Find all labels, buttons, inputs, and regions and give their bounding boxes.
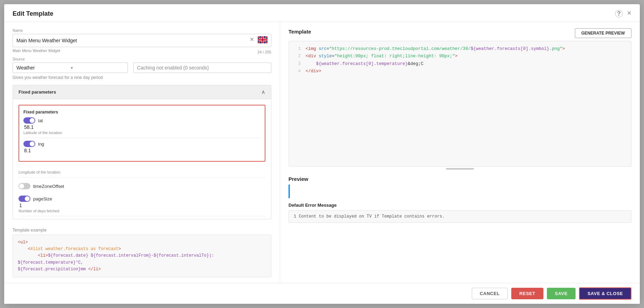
right-top-row: Template GENERATE PREVIEW bbox=[280, 22, 640, 38]
error-msg-box[interactable]: 1 Content to be displayed on TV if Templ… bbox=[288, 210, 631, 223]
help-icon[interactable]: ? bbox=[615, 10, 623, 17]
param-name-lat: lat bbox=[38, 118, 43, 123]
left-panel: Name ✕ bbox=[4, 22, 280, 283]
modal-header-icons: ? ✕ bbox=[615, 10, 631, 17]
param-header-lng: lng bbox=[23, 141, 261, 147]
description: Gives you weather forecast for a nine da… bbox=[13, 75, 271, 80]
preview-bar bbox=[288, 184, 290, 198]
code-line-2: 2 <div style="height:90px; float: right;… bbox=[294, 53, 625, 60]
param-header-lat: lat bbox=[23, 117, 261, 124]
outside-param-pagesize: pageSize 1 Number of days fetched bbox=[13, 193, 271, 219]
cancel-button[interactable]: CANCEL bbox=[472, 288, 508, 299]
caching-value: Caching not enabled (0 seconds) bbox=[133, 63, 271, 73]
caching-label bbox=[133, 57, 271, 61]
name-hint: Main Menu Weather Widget bbox=[13, 49, 60, 53]
char-count: 24 / 255 bbox=[257, 50, 271, 54]
param-desc-lng: Longitude of the location bbox=[19, 170, 265, 177]
generate-preview-button[interactable]: GENERATE PREVIEW bbox=[575, 28, 631, 38]
toggle-timezone[interactable] bbox=[19, 183, 30, 189]
param-name-timezone: timeZoneOffset bbox=[33, 184, 64, 189]
outside-param-timezone: timeZoneOffset bbox=[13, 180, 271, 193]
param-row-lat: lat 58.1 Latitude of the location bbox=[23, 117, 261, 138]
caching-group: Caching not enabled (0 seconds) bbox=[133, 57, 271, 73]
name-row-icons: ✕ bbox=[250, 36, 268, 45]
source-row: Source Weather ▼ Caching not enabled (0 … bbox=[13, 57, 271, 73]
edit-template-modal: Edit Template ? ✕ Name ✕ bbox=[4, 4, 640, 304]
example-line-3: <li>${forecast.date} ${forecast.interval… bbox=[18, 252, 266, 266]
name-input[interactable] bbox=[16, 38, 250, 43]
example-line-4: ${forecast.precipitation}mm </li> bbox=[18, 266, 266, 273]
flag-icon[interactable] bbox=[258, 36, 268, 45]
source-group: Source Weather ▼ bbox=[13, 57, 128, 73]
param-name-lng: lng bbox=[38, 141, 44, 147]
toggle-lng[interactable] bbox=[23, 141, 35, 147]
source-arrow-icon: ▼ bbox=[70, 66, 124, 70]
save-close-button[interactable]: SAVE & CLOSE bbox=[579, 287, 631, 300]
example-line-1: <ul> bbox=[18, 239, 266, 246]
modal-title: Edit Template bbox=[13, 10, 53, 17]
template-code-area[interactable]: 1 <img src="https://resources-prod.thecl… bbox=[288, 41, 631, 167]
modal-footer: CANCEL RESET SAVE SAVE & CLOSE bbox=[4, 283, 640, 304]
code-line-4: 4 </div> bbox=[294, 68, 625, 75]
error-msg-title: Default Error Message bbox=[288, 203, 337, 208]
preview-title: Preview bbox=[288, 176, 308, 182]
fixed-params-box: Fixed parameters lat 58.1 Latitude of th… bbox=[19, 105, 265, 162]
toggle-lat[interactable] bbox=[23, 117, 35, 124]
modal-header: Edit Template ? ✕ bbox=[4, 4, 640, 22]
name-row: ✕ bbox=[13, 34, 271, 47]
param-desc-pagesize: Number of days fetched bbox=[19, 209, 265, 216]
scrollbar-thumb bbox=[446, 168, 474, 170]
scrollbar-row bbox=[280, 168, 640, 170]
example-line-2: <#list weather.forecasts as forecast> bbox=[18, 246, 266, 252]
param-value-lng: 8.1 bbox=[23, 148, 261, 153]
close-icon[interactable]: ✕ bbox=[627, 10, 631, 17]
param-header-pagesize: pageSize bbox=[19, 196, 265, 202]
source-value: Weather bbox=[16, 65, 70, 71]
template-section-title: Template bbox=[288, 29, 311, 35]
param-value-pagesize: 1 bbox=[19, 203, 265, 208]
template-example-label: Template example bbox=[13, 228, 271, 233]
outside-param-lng-desc: Longitude of the location bbox=[13, 167, 271, 180]
fixed-params-section-header[interactable]: Fixed parameters ∧ bbox=[13, 85, 271, 99]
code-line-1: 1 <img src="https://resources-prod.thecl… bbox=[294, 45, 625, 53]
clear-name-icon[interactable]: ✕ bbox=[250, 36, 254, 45]
modal-body: Name ✕ bbox=[4, 22, 640, 283]
fixed-params-title: Fixed parameters bbox=[19, 89, 56, 95]
param-row-lng: lng 8.1 bbox=[23, 141, 261, 154]
right-panel: Template GENERATE PREVIEW 1 <img src="ht… bbox=[280, 22, 640, 283]
code-line-3: 3 ${weather.forecasts[0].temperature}&de… bbox=[294, 60, 625, 68]
fixed-params-inner-title: Fixed parameters bbox=[23, 110, 261, 115]
reset-button[interactable]: RESET bbox=[511, 288, 543, 299]
collapse-icon[interactable]: ∧ bbox=[261, 89, 265, 95]
error-msg-section: Default Error Message 1 Content to be di… bbox=[280, 198, 640, 223]
fixed-params-content: Fixed parameters lat 58.1 Latitude of th… bbox=[13, 99, 271, 219]
param-desc-lat: Latitude of the location bbox=[23, 131, 261, 138]
source-label: Source bbox=[13, 57, 128, 61]
param-header-timezone: timeZoneOffset bbox=[19, 183, 265, 189]
param-value-lat: 58.1 bbox=[23, 124, 261, 130]
preview-section: Preview bbox=[280, 171, 640, 198]
save-button[interactable]: SAVE bbox=[547, 288, 576, 299]
toggle-pagesize[interactable] bbox=[19, 196, 30, 202]
modal-overlay: Edit Template ? ✕ Name ✕ bbox=[0, 0, 644, 308]
template-example-box: <ul> <#list weather.forecasts as forecas… bbox=[13, 235, 271, 277]
param-name-pagesize: pageSize bbox=[33, 196, 52, 201]
source-select[interactable]: Weather ▼ bbox=[13, 63, 128, 73]
name-label: Name bbox=[13, 28, 271, 32]
